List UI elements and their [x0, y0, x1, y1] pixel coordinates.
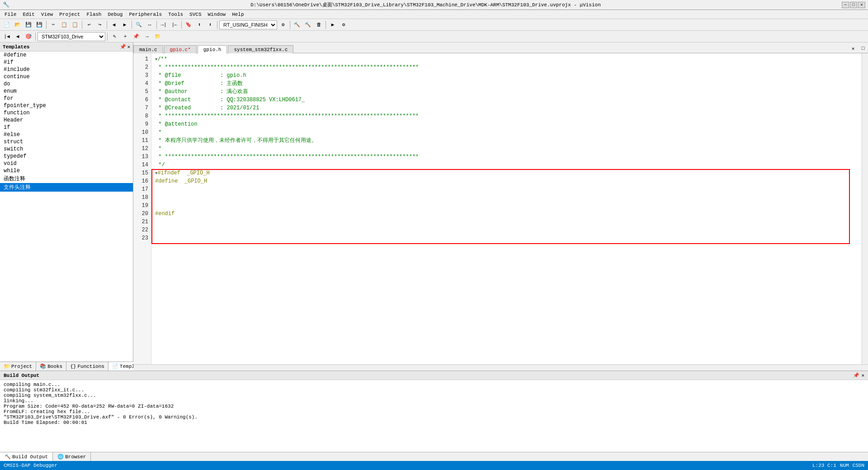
template-item-while[interactable]: while	[0, 167, 133, 174]
close-editor-button[interactable]: ✕	[848, 44, 858, 53]
sep8	[290, 21, 290, 29]
code-line-11: * 本程序只供学习使用，未经作者许可，不得用于其它任何用途。	[155, 136, 858, 145]
save-all-button[interactable]: 💾	[34, 20, 44, 29]
template-item-file-comment[interactable]: 文件头注释	[0, 183, 133, 192]
maximize-button[interactable]: □	[850, 2, 857, 8]
template-item-func-comment[interactable]: 函数注释	[0, 174, 133, 183]
menu-flash[interactable]: Flash	[84, 11, 104, 18]
code-line-1: ▼/**	[155, 55, 858, 63]
tab-gpio-h[interactable]: gpio.h	[198, 45, 227, 53]
horizontal-scrollbar[interactable]	[133, 364, 868, 371]
code-content[interactable]: ▼/** * *********************************…	[151, 53, 862, 364]
open-file-button[interactable]: 📂	[13, 20, 23, 29]
menu-window[interactable]: Window	[205, 11, 229, 18]
undo-button[interactable]: ↩	[84, 20, 94, 29]
menu-svcs[interactable]: SVCS	[187, 11, 204, 18]
template-item-enum[interactable]: enum	[0, 88, 133, 95]
clean-button[interactable]: 🗑	[314, 20, 324, 29]
nav-btn-1[interactable]: |◀	[2, 32, 12, 41]
menu-edit[interactable]: Edit	[20, 11, 37, 18]
template-item-fpointer[interactable]: fpointer_type	[0, 102, 133, 109]
maximize-editor-button[interactable]: □	[858, 44, 868, 53]
menu-file[interactable]: File	[2, 11, 19, 18]
target-dropdown[interactable]: RT_USING_FINISH	[219, 20, 277, 29]
cursor-position: L:23 C:1	[812, 463, 836, 468]
replace-button[interactable]: ↔	[145, 20, 155, 29]
back-button[interactable]: ◀	[109, 20, 119, 29]
edit-btn-1[interactable]: ✎	[109, 32, 119, 41]
pin-btn[interactable]: 📌	[131, 32, 141, 41]
new-file-button[interactable]: 📄	[2, 20, 12, 29]
folder-btn[interactable]: 📁	[153, 32, 163, 41]
build-button[interactable]: 🔨	[292, 20, 302, 29]
template-item-struct[interactable]: struct	[0, 138, 133, 146]
code-line-15: ▼#ifndef _GPIO_H	[155, 169, 858, 177]
build-panel: Build Output 📌 ✕ compiling main.c... com…	[0, 371, 868, 461]
menu-view[interactable]: View	[38, 11, 56, 18]
right-scrollbar[interactable]	[862, 53, 868, 364]
build-panel-close[interactable]: ✕	[861, 372, 864, 378]
component-dropdown[interactable]: STM32F103_Drive	[38, 32, 105, 41]
template-item-define[interactable]: #define	[0, 52, 133, 59]
arrow-btn[interactable]: →	[142, 32, 152, 41]
build-panel-header: Build Output 📌 ✕	[0, 371, 868, 380]
ln-9: 9	[133, 120, 151, 128]
template-item-void[interactable]: void	[0, 160, 133, 167]
template-item-if2[interactable]: if	[0, 124, 133, 131]
template-item-header[interactable]: Header	[0, 117, 133, 124]
nav-btn-2[interactable]: ◀	[13, 32, 23, 41]
menu-help[interactable]: Help	[229, 11, 246, 18]
search-button[interactable]: 🔍	[134, 20, 144, 29]
build-line-6: FromELF: creating hex file...	[4, 409, 864, 414]
browser-tab-label: Browser	[65, 454, 86, 460]
settings-button[interactable]: ⚙	[339, 20, 349, 29]
tab-functions[interactable]: {} Functions	[66, 362, 108, 371]
copy-button[interactable]: 📋	[59, 20, 69, 29]
cut-button[interactable]: ✂	[48, 20, 58, 29]
template-item-else[interactable]: #else	[0, 131, 133, 138]
build-line-1: compiling main.c...	[4, 382, 864, 387]
add-btn[interactable]: +	[120, 32, 130, 41]
target-select-button[interactable]: 🎯	[24, 32, 33, 41]
template-item-typedef[interactable]: typedef	[0, 153, 133, 160]
paste-button[interactable]: 📋	[70, 20, 80, 29]
menu-peripherals[interactable]: Peripherals	[126, 11, 165, 18]
redo-button[interactable]: ↪	[95, 20, 105, 29]
debug-button[interactable]: ▶	[328, 20, 338, 29]
rebuild-button[interactable]: 🔨	[303, 20, 313, 29]
tab-books[interactable]: 📚 Books	[36, 362, 66, 371]
close-button[interactable]: ✕	[858, 2, 865, 8]
build-output-tab[interactable]: 🔨 Build Output	[0, 452, 53, 461]
save-button[interactable]: 💾	[24, 20, 33, 29]
bookmark-button[interactable]: 🔖	[184, 20, 193, 29]
template-item-continue[interactable]: continue	[0, 73, 133, 80]
prev-bookmark-button[interactable]: ⬆	[194, 20, 204, 29]
outdent-button[interactable]: |←	[170, 20, 179, 29]
build-output-icon: 🔨	[5, 454, 11, 460]
menu-tools[interactable]: Tools	[165, 11, 186, 18]
tab-gpio-c[interactable]: gpio.c*	[164, 45, 197, 53]
code-line-12: *	[155, 145, 858, 153]
template-item-do[interactable]: do	[0, 80, 133, 88]
menu-project[interactable]: Project	[57, 11, 83, 18]
template-item-if[interactable]: #if	[0, 59, 133, 66]
panel-header-controls: 📌 ✕	[120, 44, 130, 50]
browser-tab[interactable]: 🌐 Browser	[53, 452, 91, 461]
template-item-switch[interactable]: switch	[0, 146, 133, 153]
tab-project[interactable]: 📁 Project	[0, 362, 36, 371]
target-options-button[interactable]: ⚙	[278, 20, 288, 29]
tab-main-c[interactable]: main.c	[133, 45, 163, 53]
code-area: main.c gpio.c* gpio.h system_stm32f1xx.c…	[133, 42, 868, 371]
minimize-button[interactable]: ─	[842, 2, 849, 8]
next-bookmark-button[interactable]: ⬇	[205, 20, 215, 29]
panel-pin-button[interactable]: 📌	[120, 44, 126, 50]
tab-system-c[interactable]: system_stm32f1xx.c	[228, 45, 293, 53]
template-item-for[interactable]: for	[0, 95, 133, 102]
build-panel-pin[interactable]: 📌	[853, 372, 859, 378]
menu-debug[interactable]: Debug	[105, 11, 125, 18]
indent-button[interactable]: →|	[159, 20, 169, 29]
template-item-include[interactable]: #include	[0, 66, 133, 73]
panel-close-button[interactable]: ✕	[127, 44, 130, 50]
forward-button[interactable]: ▶	[120, 20, 130, 29]
template-item-function[interactable]: function	[0, 109, 133, 117]
